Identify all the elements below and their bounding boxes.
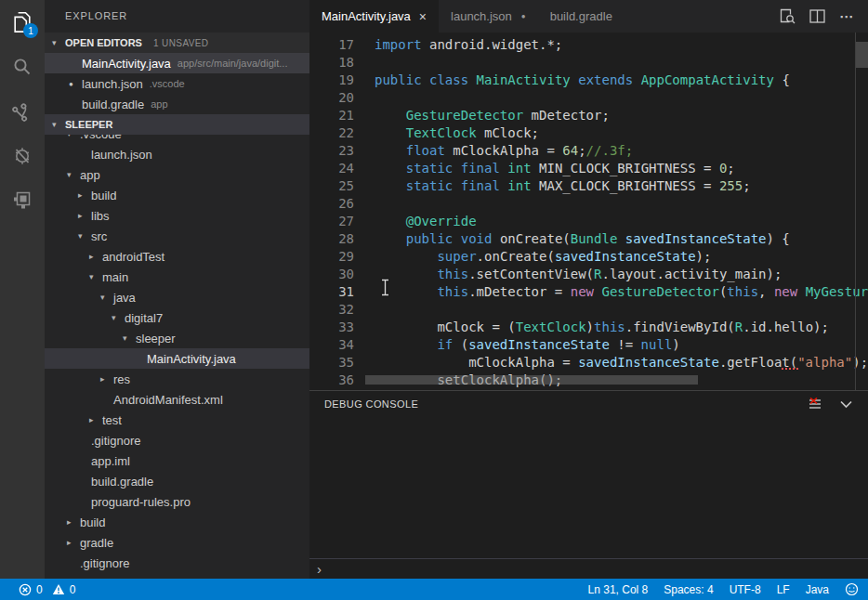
sidebar-explorer: EXPLORER ▾ OPEN EDITORS 1 UNSAVED MainAc…: [45, 0, 309, 579]
tree-item-app-iml[interactable]: app.iml: [45, 450, 309, 471]
open-editors-header[interactable]: ▾ OPEN EDITORS 1 UNSAVED: [45, 33, 309, 53]
line-content: super.onCreate(savedInstanceState);: [375, 248, 711, 266]
debug-console-panel: DEBUG CONSOLE: [309, 390, 868, 579]
chevron-right-icon: ▸: [67, 538, 80, 547]
panel-title[interactable]: DEBUG CONSOLE: [324, 398, 418, 410]
vscode-window: 1: [0, 0, 868, 600]
chevron-right-icon: ▸: [89, 252, 102, 261]
tree-item--gitignore[interactable]: .gitignore: [45, 553, 309, 573]
tree-item-gradle[interactable]: ▸gradle: [45, 532, 309, 553]
line-number: 33: [309, 319, 354, 336]
tree-item-build-gradle[interactable]: build.gradle: [45, 471, 309, 491]
tree-item-label: AndroidManifest.xml: [113, 393, 223, 407]
editor-actions: ⋯: [780, 0, 868, 33]
line-content: public class MainActivity extends AppCom…: [375, 72, 790, 89]
more-actions-icon[interactable]: ⋯: [839, 8, 854, 25]
tree-item-label: app.iml: [91, 454, 130, 468]
tree-item-label: main: [102, 270, 128, 284]
activitybar-source-control[interactable]: [0, 89, 45, 134]
tree-item-androidtest[interactable]: ▸androidTest: [45, 246, 309, 267]
horizontal-scrollbar[interactable]: [365, 375, 698, 385]
open-editor-item[interactable]: MainActivity.javaapp/src/main/java/digit…: [45, 53, 309, 73]
tree-item--vscode[interactable]: ▾.vscode: [45, 135, 309, 144]
open-editor-item[interactable]: build.gradleapp: [45, 94, 309, 114]
folder-section-header[interactable]: ▾ SLEEPER: [45, 114, 309, 135]
activitybar-explorer[interactable]: 1: [0, 0, 45, 45]
tree-item-app[interactable]: ▾app: [45, 164, 309, 185]
line-number: 20: [309, 89, 354, 107]
tree-item-label: MainActivity.java: [147, 352, 236, 366]
feedback-smiley-icon[interactable]: [845, 582, 859, 596]
line-content: this.mDetector = new GestureDetector(thi…: [375, 283, 868, 301]
code-lines: 17import android.widget.*;1819public cla…: [309, 36, 868, 389]
line-number: 24: [309, 160, 354, 177]
code-line: 18: [309, 54, 868, 72]
line-content: float mClockAlpha = 64;//.3f;: [375, 142, 633, 160]
activitybar-extensions[interactable]: [0, 178, 45, 223]
chevron-down-icon: ▾: [123, 333, 136, 343]
split-editor-icon[interactable]: [809, 9, 825, 23]
tree-item-label: build: [91, 189, 116, 202]
code-line: 22 TextClock mClock;: [309, 124, 868, 142]
tree-item-src[interactable]: ▾src: [45, 226, 309, 246]
tree-item-label: proguard-rules.pro: [91, 495, 191, 509]
problems-indicator[interactable]: 0: [19, 583, 43, 596]
tree-item-build[interactable]: ▸build: [45, 185, 309, 205]
warnings-indicator[interactable]: 0: [52, 583, 76, 596]
chevron-right-icon: ▸: [89, 415, 102, 424]
chevron-right-icon: ▸: [78, 190, 91, 200]
open-editor-filename: launch.json: [82, 77, 143, 91]
code-editor[interactable]: 17import android.widget.*;1819public cla…: [309, 33, 868, 390]
open-preview-icon[interactable]: [780, 8, 796, 24]
tree-item-proguard-rules-pro[interactable]: proguard-rules.pro: [45, 491, 309, 512]
tree-item-test[interactable]: ▸test: [45, 410, 309, 430]
tree-item-res[interactable]: ▸res: [45, 369, 309, 389]
tree-item-main[interactable]: ▾main: [45, 267, 309, 287]
tree-item-digital7[interactable]: ▾digital7: [45, 307, 309, 328]
tree-item-java[interactable]: ▾java: [45, 287, 309, 307]
status-java[interactable]: Java: [806, 583, 829, 596]
chevron-right-icon: ▸: [78, 211, 91, 220]
line-number: 30: [309, 266, 354, 283]
tree-item-sleeper[interactable]: ▾sleeper: [45, 328, 309, 348]
close-icon[interactable]: ×: [419, 10, 427, 23]
line-number: 36: [309, 372, 354, 389]
open-editors-label: OPEN EDITORS: [65, 37, 142, 48]
chevron-down-icon: ▾: [89, 272, 102, 281]
error-squiggle: [782, 367, 798, 370]
tree-item-libs[interactable]: ▸libs: [45, 205, 309, 226]
tree-item-build[interactable]: ▸build: [45, 512, 309, 532]
line-number: 21: [309, 107, 354, 124]
tree-item-launch-json[interactable]: launch.json: [45, 144, 309, 164]
status-spaces[interactable]: Spaces: 4: [664, 583, 713, 596]
activitybar-debug[interactable]: [0, 134, 45, 178]
tree-item-androidmanifest-xml[interactable]: AndroidManifest.xml: [45, 389, 309, 410]
code-line: 31 this.mDetector = new GestureDetector(…: [309, 283, 868, 301]
code-line: 24 static final int MIN_CLOCK_BRIGHTNESS…: [309, 160, 868, 177]
git-branch-icon: [11, 100, 33, 123]
tree-item-mainactivity-java[interactable]: MainActivity.java: [45, 348, 309, 369]
open-editor-item[interactable]: ●launch.json.vscode: [45, 73, 309, 94]
tree-item-label: sleeper: [136, 332, 176, 346]
status-right: Ln 31, Col 8Spaces: 4UTF-8LFJava: [588, 582, 859, 596]
tab-build-gradle[interactable]: build.gradle: [538, 0, 625, 33]
panel-output[interactable]: [309, 417, 868, 558]
mouse-cursor-ibeam: [380, 279, 390, 296]
tab-launch-json[interactable]: launch.json●: [439, 0, 538, 33]
collapse-panel-icon[interactable]: [839, 399, 853, 410]
status-lf[interactable]: LF: [777, 583, 790, 596]
tab-mainactivity-java[interactable]: MainActivity.java×: [309, 0, 439, 33]
status-ln[interactable]: Ln 31, Col 8: [588, 583, 649, 596]
tree-item--gitignore[interactable]: .gitignore: [45, 430, 309, 450]
code-line: 23 float mClockAlpha = 64;//.3f;: [309, 142, 868, 160]
activitybar-search[interactable]: [0, 45, 45, 89]
clear-console-icon[interactable]: [808, 398, 822, 411]
vertical-scrollbar[interactable]: [856, 42, 868, 68]
line-number: 22: [309, 124, 354, 142]
debug-console-input[interactable]: ›: [309, 558, 868, 579]
line-number: 26: [309, 195, 354, 213]
status-utf-8[interactable]: UTF-8: [730, 583, 761, 596]
tree-item-label: app: [80, 168, 100, 182]
extensions-icon: [11, 189, 33, 212]
error-icon: [19, 583, 32, 596]
